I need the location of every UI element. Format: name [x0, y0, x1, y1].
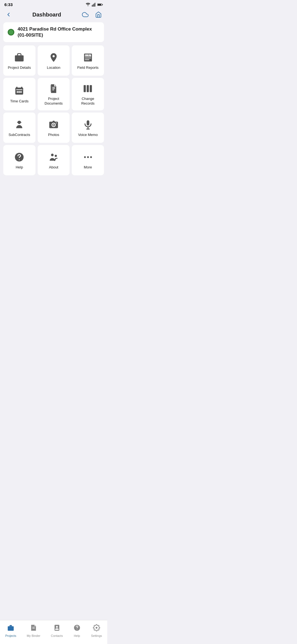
svg-rect-2	[94, 3, 94, 6]
svg-rect-40	[87, 120, 89, 125]
page-title: Dashboard	[32, 12, 61, 18]
grid-item-location[interactable]: Location	[38, 45, 70, 76]
svg-rect-11	[85, 59, 89, 60]
change-records-icon	[83, 83, 93, 94]
svg-rect-12	[85, 55, 86, 56]
grid-label-project-documents: Project Documents	[40, 97, 67, 106]
grid-label-project-details: Project Details	[8, 66, 31, 70]
project-name: 4021 Paradise Rd Office Complex (01-00SI…	[18, 26, 100, 38]
cloud-icon	[82, 11, 89, 18]
project-status-indicator	[8, 29, 14, 36]
svg-point-21	[18, 91, 20, 93]
more-icon	[83, 152, 93, 162]
svg-point-48	[84, 156, 86, 158]
svg-rect-19	[16, 89, 22, 90]
svg-point-50	[90, 156, 92, 158]
cloud-button[interactable]	[81, 10, 90, 19]
svg-rect-6	[102, 4, 103, 5]
grid-label-subcontracts: SubContracts	[9, 133, 30, 137]
voice-memo-icon	[83, 119, 93, 130]
help-icon	[14, 152, 24, 162]
grid-label-time-cards: Time Cards	[10, 99, 29, 104]
svg-rect-35	[17, 122, 21, 122]
app-header: Dashboard	[0, 8, 107, 22]
svg-rect-15	[89, 55, 90, 56]
briefcase-icon	[14, 52, 24, 63]
time-cards-icon	[14, 86, 24, 96]
status-icons	[86, 3, 103, 7]
grid-label-help: Help	[16, 165, 23, 170]
grid-item-voice-memo[interactable]: Voice Memo	[72, 113, 104, 143]
svg-rect-27	[50, 85, 51, 92]
grid-item-subcontracts[interactable]: SubContracts	[3, 113, 35, 143]
svg-point-39	[56, 122, 57, 123]
home-button[interactable]	[94, 10, 103, 19]
grid-item-project-documents[interactable]: Project Documents	[38, 78, 70, 110]
grid-item-about[interactable]: About	[38, 145, 70, 175]
svg-rect-14	[88, 54, 89, 56]
svg-rect-33	[90, 85, 90, 92]
svg-rect-18	[21, 87, 23, 88]
svg-rect-5	[98, 4, 101, 5]
battery-icon	[97, 3, 103, 6]
svg-rect-1	[93, 4, 94, 6]
header-actions	[81, 10, 103, 19]
about-icon	[48, 152, 59, 162]
grid-item-help[interactable]: Help	[3, 145, 35, 175]
svg-rect-0	[92, 5, 92, 7]
back-button[interactable]	[4, 10, 13, 19]
svg-rect-13	[87, 56, 87, 56]
grid-item-time-cards[interactable]: Time Cards	[3, 78, 35, 110]
svg-rect-31	[87, 85, 87, 92]
wifi-icon	[86, 3, 90, 7]
svg-point-38	[53, 124, 54, 125]
documents-icon	[48, 83, 59, 94]
dashboard-grid: Project Details Location Field Rep	[0, 45, 107, 175]
grid-label-field-reports: Field Reports	[77, 66, 98, 70]
svg-rect-17	[16, 87, 18, 88]
svg-rect-3	[95, 3, 95, 7]
svg-point-44	[19, 159, 20, 160]
grid-label-location: Location	[47, 66, 60, 70]
grid-label-photos: Photos	[48, 133, 59, 137]
grid-item-more[interactable]: More	[72, 145, 104, 175]
status-bar: 6:33	[0, 0, 107, 8]
grid-label-about: About	[49, 165, 58, 170]
grid-item-field-reports[interactable]: Field Reports	[72, 45, 104, 76]
grid-label-more: More	[84, 165, 92, 170]
svg-rect-10	[85, 58, 91, 58]
grid-item-change-records[interactable]: Change Records	[72, 78, 104, 110]
svg-point-49	[87, 156, 89, 158]
location-icon	[48, 52, 59, 63]
grid-item-photos[interactable]: Photos	[38, 113, 70, 143]
grid-item-project-details[interactable]: Project Details	[3, 45, 35, 76]
subcontracts-icon	[14, 119, 24, 130]
svg-point-22	[20, 91, 22, 93]
field-reports-icon	[83, 52, 93, 63]
svg-point-20	[17, 91, 18, 93]
svg-rect-29	[84, 85, 84, 92]
grid-label-change-records: Change Records	[75, 97, 101, 106]
grid-label-voice-memo: Voice Memo	[78, 133, 98, 137]
project-header[interactable]: 4021 Paradise Rd Office Complex (01-00SI…	[3, 22, 104, 42]
svg-rect-26	[51, 85, 51, 92]
home-icon	[95, 11, 102, 18]
svg-point-45	[51, 154, 54, 156]
status-time: 6:33	[4, 2, 13, 7]
svg-point-46	[55, 155, 57, 157]
signal-icon	[92, 3, 96, 7]
photos-icon	[48, 119, 59, 130]
